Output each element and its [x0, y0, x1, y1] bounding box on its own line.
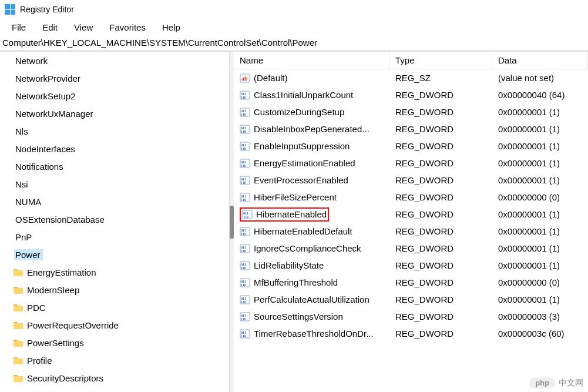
value-type: REG_DWORD [389, 311, 492, 321]
value-name: HibernateEnabledDefault [254, 226, 352, 236]
menu-favorites[interactable]: Favorites [101, 20, 154, 35]
value-row[interactable]: MfBufferingThresholdREG_DWORD0x00000000 … [234, 274, 588, 291]
title-bar: Registry Editor [0, 0, 588, 19]
watermark-badge: php [529, 377, 555, 388]
value-type: REG_DWORD [389, 158, 492, 168]
dword-value-icon [240, 192, 250, 203]
value-row[interactable]: EventProcessorEnabledREG_DWORD0x00000001… [234, 172, 588, 189]
tree-item[interactable]: Profile [0, 351, 229, 369]
column-header-data[interactable]: Data [492, 52, 588, 69]
value-row[interactable]: SourceSettingsVersionREG_DWORD0x00000003… [234, 308, 588, 325]
value-name: CustomizeDuringSetup [254, 107, 344, 117]
column-header-type[interactable]: Type [389, 52, 492, 69]
registry-editor-window: Registry Editor FileEditViewFavoritesHel… [0, 0, 588, 392]
tree-item[interactable]: OSExtensionDatabase [0, 210, 229, 228]
dword-value-icon [240, 260, 250, 271]
column-header-name[interactable]: Name [234, 52, 389, 69]
value-type: REG_DWORD [389, 175, 492, 185]
tree-item[interactable]: Network [0, 52, 229, 69]
tree-item[interactable]: SecurityDescriptors [0, 369, 229, 387]
value-row[interactable]: (Default)REG_SZ(value not set) [234, 69, 588, 86]
tree-item[interactable]: PowerRequestOverride [0, 316, 229, 334]
value-data: 0x00000001 (1) [492, 226, 588, 236]
folder-icon [13, 373, 23, 383]
value-data: 0x00000000 (0) [492, 277, 588, 287]
splitter-handle[interactable] [230, 52, 234, 392]
value-name: HibernateEnabled [256, 209, 327, 219]
dword-value-icon [242, 209, 253, 220]
value-row[interactable]: HiberFileSizePercentREG_DWORD0x00000000 … [234, 189, 588, 206]
value-type: REG_DWORD [389, 90, 492, 100]
folder-icon [13, 337, 23, 348]
tree-item[interactable]: Nsi [0, 175, 229, 193]
tree-item[interactable]: NUMA [0, 193, 229, 210]
tree-item[interactable]: ModernSleep [0, 281, 229, 299]
menu-file[interactable]: File [4, 20, 34, 35]
value-name: SourceSettingsVersion [254, 311, 343, 321]
tree-item-label: SecurityDescriptors [26, 373, 106, 384]
dword-value-icon [240, 311, 250, 322]
tree-item-label: NetworkProvider [14, 73, 83, 84]
value-name: EventProcessorEnabled [254, 175, 348, 185]
value-data: 0x00000001 (1) [492, 124, 588, 134]
value-row[interactable]: PerfCalculateActualUtilizationREG_DWORD0… [234, 291, 588, 308]
value-name: MfBufferingThreshold [254, 277, 338, 287]
value-row[interactable]: TimerRebaseThresholdOnDr...REG_DWORD0x00… [234, 325, 588, 342]
value-type: REG_DWORD [389, 260, 492, 270]
tree-item[interactable]: Nls [0, 122, 229, 140]
tree-item-label: PnP [14, 232, 34, 243]
tree-item[interactable]: PDC [0, 299, 229, 316]
value-row[interactable]: EnableInputSuppressionREG_DWORD0x0000000… [234, 138, 588, 155]
tree-item[interactable]: PnP [0, 228, 229, 246]
folder-icon [13, 284, 23, 295]
tree-item[interactable]: Notifications [0, 158, 229, 175]
dword-value-icon [240, 141, 250, 152]
value-row[interactable]: HibernateEnabledDefaultREG_DWORD0x000000… [234, 223, 588, 240]
menu-edit[interactable]: Edit [34, 20, 66, 35]
tree-item[interactable]: PowerSettings [0, 334, 229, 351]
tree-item-label: Network [14, 55, 50, 66]
dword-value-icon [240, 243, 250, 254]
tree-item-label: EnergyEstimation [26, 267, 99, 278]
menu-view[interactable]: View [66, 20, 101, 35]
value-data: 0x00000001 (1) [492, 158, 588, 168]
value-name: IgnoreCsComplianceCheck [254, 243, 361, 253]
value-type: REG_DWORD [389, 294, 492, 304]
tree-item[interactable]: NetworkSetup2 [0, 87, 229, 105]
values-pane[interactable]: Name Type Data (Default)REG_SZ(value not… [234, 52, 588, 392]
value-row[interactable]: EnergyEstimationEnabledREG_DWORD0x000000… [234, 155, 588, 172]
tree-item-label: Sync [26, 390, 49, 392]
tree-item[interactable]: Power [0, 246, 229, 263]
address-bar[interactable]: Computer\HKEY_LOCAL_MACHINE\SYSTEM\Curre… [0, 35, 588, 51]
value-type: REG_SZ [389, 73, 492, 83]
value-type: REG_DWORD [389, 329, 492, 339]
main-split: NetworkNetworkProviderNetworkSetup2Netwo… [0, 51, 588, 392]
tree-item[interactable]: NetworkProvider [0, 69, 229, 87]
tree-item[interactable]: Sync [0, 387, 229, 392]
value-row[interactable]: Class1InitialUnparkCountREG_DWORD0x00000… [234, 86, 588, 103]
value-row[interactable]: CustomizeDuringSetupREG_DWORD0x00000001 … [234, 103, 588, 120]
menu-bar: FileEditViewFavoritesHelp [0, 19, 588, 35]
tree-item[interactable]: NodeInterfaces [0, 140, 229, 158]
tree-item[interactable]: NetworkUxManager [0, 105, 229, 122]
registry-tree: NetworkNetworkProviderNetworkSetup2Netwo… [0, 52, 229, 392]
value-row[interactable]: IgnoreCsComplianceCheckREG_DWORD0x000000… [234, 240, 588, 257]
tree-item-label: Profile [26, 355, 55, 366]
watermark-text: 中文网 [559, 378, 583, 388]
dword-value-icon [240, 175, 250, 186]
tree-item[interactable]: EnergyEstimation [0, 263, 229, 281]
value-row[interactable]: DisableInboxPepGenerated...REG_DWORD0x00… [234, 120, 588, 138]
value-row[interactable]: HibernateEnabledREG_DWORD0x00000001 (1) [234, 206, 588, 223]
dword-value-icon [240, 294, 250, 305]
value-type: REG_DWORD [389, 124, 492, 134]
tree-item-label: PowerRequestOverride [26, 320, 121, 331]
value-data: 0x0000003c (60) [492, 329, 588, 339]
dword-value-icon [240, 90, 250, 100]
value-name: EnergyEstimationEnabled [254, 158, 355, 168]
value-row[interactable]: LidReliabilityStateREG_DWORD0x00000001 (… [234, 257, 588, 274]
dword-value-icon [240, 158, 250, 169]
menu-help[interactable]: Help [154, 20, 189, 35]
tree-pane[interactable]: NetworkNetworkProviderNetworkSetup2Netwo… [0, 52, 230, 392]
dword-value-icon [240, 107, 250, 118]
value-name: EnableInputSuppression [254, 141, 350, 151]
